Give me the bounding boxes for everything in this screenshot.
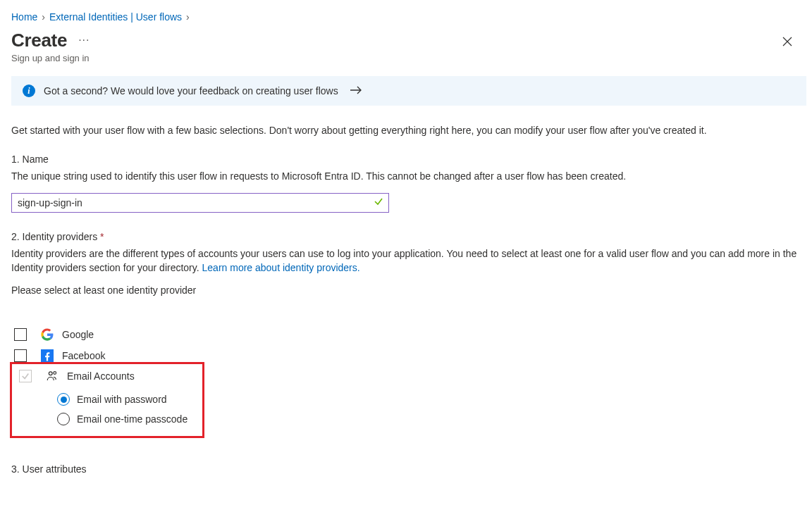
accounts-icon [46, 370, 59, 382]
google-label: Google [62, 329, 94, 340]
svg-point-2 [54, 372, 56, 375]
section-2-label: 2. Identity providers * [11, 231, 801, 242]
facebook-checkbox[interactable] [14, 349, 27, 362]
email-password-radio[interactable] [57, 393, 70, 406]
facebook-icon [41, 349, 54, 362]
feedback-banner[interactable]: i Got a second? We would love your feedb… [11, 76, 806, 106]
breadcrumb: Home › External Identities | User flows … [11, 11, 801, 23]
email-accounts-checkbox [19, 370, 32, 382]
more-actions-button[interactable]: ··· [75, 35, 92, 46]
email-otp-label: Email one-time passcode [77, 413, 187, 425]
email-accounts-highlight: Email Accounts Email with password Email… [10, 362, 204, 438]
breadcrumb-home[interactable]: Home [11, 11, 37, 23]
required-indicator: * [100, 231, 104, 242]
email-otp-radio[interactable] [57, 413, 70, 425]
name-input[interactable] [11, 193, 389, 213]
section-2-desc: Identity providers are the different typ… [11, 247, 801, 275]
intro-text: Get started with your user flow with a f… [11, 124, 801, 138]
arrow-right-icon [350, 85, 362, 96]
learn-more-identity-providers-link[interactable]: Learn more about identity providers. [202, 262, 360, 273]
info-icon: i [23, 85, 35, 97]
identity-provider-google: Google [11, 324, 801, 345]
email-accounts-label: Email Accounts [67, 370, 135, 382]
section-1-label: 1. Name [11, 154, 801, 165]
feedback-banner-text: Got a second? We would love your feedbac… [44, 85, 338, 96]
breadcrumb-separator: › [40, 11, 47, 23]
identity-provider-email: Email Accounts [16, 367, 198, 385]
svg-point-1 [49, 372, 52, 375]
section-3-label: 3. User attributes [11, 463, 801, 475]
google-icon [41, 328, 54, 341]
page-title: Create [11, 30, 67, 51]
breadcrumb-separator: › [185, 11, 191, 23]
section-1-desc: The unique string used to identify this … [11, 169, 801, 183]
close-button[interactable] [778, 32, 796, 53]
page-subtitle: Sign up and sign in [11, 53, 801, 63]
breadcrumb-external-identities[interactable]: External Identities | User flows [49, 11, 182, 23]
google-checkbox[interactable] [14, 328, 27, 341]
email-otp-option: Email one-time passcode [57, 409, 198, 429]
email-password-option: Email with password [57, 389, 198, 409]
facebook-label: Facebook [62, 350, 105, 361]
identity-provider-instruction: Please select at least one identity prov… [11, 285, 801, 296]
email-password-label: Email with password [77, 394, 167, 405]
